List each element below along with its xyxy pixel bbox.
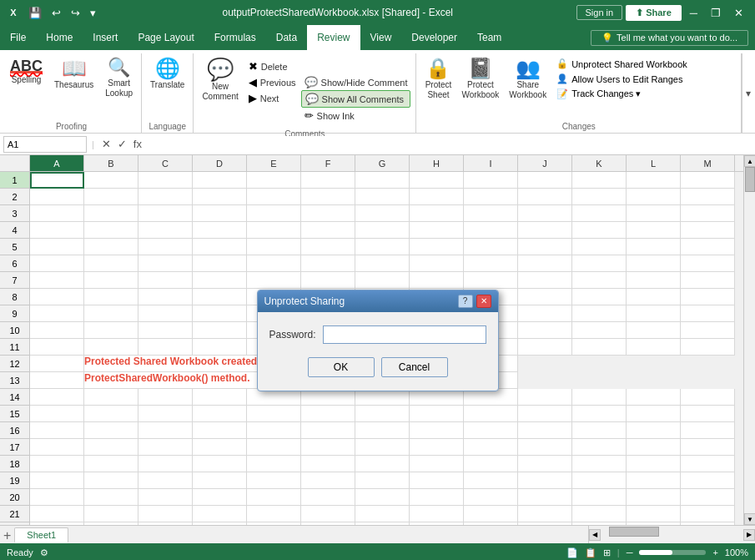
ribbon-group-language: 🌐 Translate Language (142, 53, 194, 133)
previous-icon: ◀ (249, 76, 257, 88)
dialog-cancel-button[interactable]: Cancel (381, 357, 448, 377)
translate-button[interactable]: 🌐 Translate (147, 57, 188, 92)
title-bar: X 💾 ↩ ↪ ▾ outputProtectSharedWorkbook.xl… (0, 0, 755, 25)
title-bar-left: X 💾 ↩ ↪ ▾ (7, 5, 99, 21)
dialog-password-row: Password: (269, 325, 486, 344)
title-bar-right: Sign in ⬆ Share ─ ❐ ✕ (576, 5, 749, 21)
zoom-level: 100% (725, 547, 748, 557)
show-ink-icon: ✏ (305, 109, 314, 122)
show-ink-label: Show Ink (317, 111, 355, 121)
dialog-action-buttons: OK Cancel (269, 357, 486, 377)
menu-view[interactable]: View (360, 25, 402, 50)
ribbon-group-comments: 💬 NewComment ✖ Delete ◀ Previous (194, 53, 416, 133)
password-input[interactable] (323, 325, 486, 344)
thesaurus-icon: 📖 (62, 58, 87, 78)
lightbulb-icon: 💡 (601, 33, 613, 43)
save-qat-button[interactable]: 💾 (25, 5, 45, 21)
insert-function-button[interactable]: fx (131, 138, 144, 150)
thesaurus-button[interactable]: 📖 Thesaurus (51, 57, 97, 92)
undo-qat-button[interactable]: ↩ (48, 5, 64, 21)
dialog-close-button[interactable]: ✕ (476, 295, 491, 308)
zoom-in-button[interactable]: + (712, 547, 717, 557)
previous-comment-button[interactable]: ◀ Previous (245, 74, 299, 90)
protect-workbook-icon: 📓 (468, 58, 493, 78)
sheet-tab-sheet1[interactable]: Sheet1 (14, 527, 68, 543)
spelling-button[interactable]: ABC Spelling (7, 57, 46, 87)
dialog-ok-button[interactable]: OK (308, 357, 375, 377)
ribbon-group-proofing: ABC Spelling 📖 Thesaurus 🔍 Smart Lookup … (2, 53, 142, 133)
menu-file[interactable]: File (0, 25, 36, 50)
unprotect-shared-label: Unprotect Shared Workbook (571, 59, 687, 69)
minimize-button[interactable]: ─ (685, 5, 702, 21)
smart-lookup-label: Smart Lookup (105, 78, 133, 98)
horizontal-scrollbar[interactable]: ◀ ▶ (588, 526, 755, 543)
smart-lookup-button[interactable]: 🔍 Smart Lookup (102, 57, 136, 100)
customize-qat-button[interactable]: ▾ (87, 5, 99, 21)
language-label: Language (147, 119, 188, 133)
track-changes-button[interactable]: 📝 Track Changes ▾ (553, 87, 691, 101)
new-comment-button[interactable]: 💬 NewComment (199, 57, 241, 103)
page-layout-icon[interactable]: 📋 (585, 547, 596, 558)
protect-workbook-button[interactable]: 📓 ProtectWorkbook (458, 57, 502, 102)
next-comment-button[interactable]: ▶ Next (245, 90, 299, 106)
menu-home[interactable]: Home (36, 25, 83, 50)
allow-users-button[interactable]: 👤 Allow Users to Edit Ranges (553, 72, 691, 86)
name-box[interactable] (3, 136, 87, 153)
page-break-icon[interactable]: ⊞ (603, 547, 611, 558)
formula-input[interactable] (148, 136, 752, 153)
menu-developer[interactable]: Developer (401, 25, 467, 50)
menu-team[interactable]: Team (467, 25, 511, 50)
show-ink-button[interactable]: ✏ Show Ink (301, 108, 411, 124)
formula-separator: | (90, 139, 96, 149)
spelling-label: Spelling (12, 75, 42, 85)
add-sheet-button[interactable]: + (0, 528, 14, 543)
hscroll-left-button[interactable]: ◀ (589, 529, 601, 541)
restore-button[interactable]: ❐ (706, 5, 726, 21)
redo-qat-button[interactable]: ↪ (68, 5, 83, 21)
hscroll-thumb[interactable] (609, 527, 659, 537)
status-left: Ready ⚙ (7, 547, 48, 558)
share-workbook-button[interactable]: 👥 ShareWorkbook (506, 57, 550, 102)
menu-insert[interactable]: Insert (83, 25, 128, 50)
show-all-label: Show All Comments (322, 94, 404, 104)
protect-sheet-icon: 🔒 (425, 58, 450, 78)
dialog-help-button[interactable]: ? (458, 295, 473, 308)
protect-sheet-button[interactable]: 🔒 ProtectSheet (421, 57, 455, 102)
zoom-separator: | (617, 547, 620, 557)
menu-data[interactable]: Data (266, 25, 307, 50)
close-button[interactable]: ✕ (729, 5, 748, 21)
quick-access-toolbar: 💾 ↩ ↪ ▾ (25, 5, 99, 21)
accessibility-icon: ⚙ (40, 547, 48, 558)
previous-label: Previous (260, 78, 296, 88)
allow-users-icon: 👤 (556, 73, 568, 84)
bottom-bar: + Sheet1 ◀ ▶ (0, 525, 755, 543)
track-changes-icon: 📝 (556, 88, 568, 99)
changes-group-label: Changes (421, 119, 736, 133)
ribbon-scroll-button[interactable]: ▾ (742, 53, 753, 133)
delete-comment-button[interactable]: ✖ Delete (245, 58, 411, 74)
unprotect-shared-button[interactable]: 🔓 Unprotect Shared Workbook (553, 57, 691, 71)
signin-button[interactable]: Sign in (576, 5, 623, 20)
track-changes-label: Track Changes ▾ (571, 88, 641, 99)
menu-formulas[interactable]: Formulas (204, 25, 266, 50)
zoom-slider[interactable] (639, 550, 706, 555)
spelling-icon: ABC (10, 58, 43, 73)
menu-review[interactable]: Review (307, 25, 360, 50)
hscroll-track[interactable] (601, 526, 743, 543)
cancel-formula-button[interactable]: ✕ (99, 138, 113, 150)
window-title: outputProtectSharedWorkbook.xlsx [Shared… (222, 7, 453, 18)
menu-page-layout[interactable]: Page Layout (128, 25, 204, 50)
proofing-label: Proofing (7, 119, 136, 133)
normal-view-icon[interactable]: 📄 (566, 547, 578, 558)
show-all-comments-button[interactable]: 💬 Show All Comments (301, 90, 411, 108)
show-hide-comment-button[interactable]: 💬 Show/Hide Comment (301, 74, 411, 90)
formula-buttons: ✕ ✓ fx (99, 138, 144, 150)
zoom-out-button[interactable]: ─ (627, 547, 633, 557)
status-bar: Ready ⚙ 📄 📋 ⊞ | ─ + 100% (0, 543, 755, 560)
hscroll-right-button[interactable]: ▶ (743, 529, 755, 541)
confirm-formula-button[interactable]: ✓ (115, 138, 129, 150)
dialog-body: Password: OK Cancel (258, 312, 498, 391)
share-button[interactable]: ⬆ Share (626, 5, 682, 21)
next-label: Next (260, 93, 279, 103)
spreadsheet-area: A B C D E F G H I J K L M 1 2 3 4 5 6 7 … (0, 155, 755, 525)
